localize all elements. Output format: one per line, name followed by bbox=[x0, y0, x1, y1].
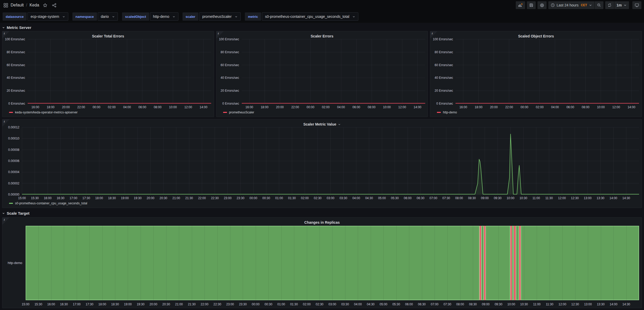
x-axis-label: 04:30 bbox=[367, 303, 375, 306]
variable-value-datasource[interactable]: ecp-stage-system bbox=[27, 12, 68, 21]
x-axis-label: 10:00 bbox=[597, 105, 605, 109]
panel-info-icon[interactable]: i bbox=[216, 31, 224, 38]
timeline-bar[interactable] bbox=[26, 226, 639, 300]
x-axis-label: 20:00 bbox=[147, 196, 154, 200]
add-panel-button[interactable] bbox=[516, 1, 525, 9]
refresh-controls-group: 1m bbox=[605, 1, 629, 9]
x-axis-label: 15:00 bbox=[22, 303, 29, 306]
x-axis-label: 20:00 bbox=[490, 105, 498, 109]
scaled-object-errors-chart: 100 Errors/sec80 Errors/sec60 Errors/sec… bbox=[433, 39, 639, 109]
x-axis-label: 04:00 bbox=[354, 303, 362, 306]
scaler-metric-value-chart: 0.000120.000100.000080.000060.000040.000… bbox=[5, 127, 639, 200]
variable-value-metric[interactable]: s0-prometheus-container_cpu_usage_second… bbox=[262, 12, 358, 21]
refresh-dashboard-button[interactable] bbox=[605, 1, 614, 9]
x-axis-label: 12:00 bbox=[612, 105, 620, 109]
variable-label-metric[interactable]: metric bbox=[245, 12, 261, 21]
x-axis-label: 14:00 bbox=[627, 105, 635, 109]
share-dashboard-button[interactable] bbox=[51, 2, 57, 9]
timeline-segment-ok[interactable] bbox=[26, 226, 480, 300]
timeline-segment-ok[interactable] bbox=[486, 226, 510, 300]
timeline-segment-ok[interactable] bbox=[481, 226, 484, 300]
breadcrumb-dashboard[interactable]: Keda bbox=[29, 3, 39, 7]
timeline-segment-ok[interactable] bbox=[521, 226, 639, 300]
x-axis-label: 21:30 bbox=[188, 303, 196, 306]
chevron-down-icon bbox=[589, 4, 592, 7]
panel-info-icon[interactable]: i bbox=[2, 31, 10, 38]
legend-item[interactable]: http-demo bbox=[433, 109, 639, 115]
y-axis-label: 80 Errors/sec bbox=[7, 50, 25, 54]
zoom-out-time-button[interactable] bbox=[594, 1, 603, 9]
x-axis-label: 12:30 bbox=[571, 303, 579, 306]
variable-label-scaledobject[interactable]: scaledObject bbox=[122, 12, 149, 21]
panel-title[interactable]: Scaler Total Errors bbox=[5, 33, 211, 39]
x-axis-label: 04:00 bbox=[337, 105, 345, 109]
save-dashboard-button[interactable] bbox=[527, 1, 536, 9]
panel-changes-in-replicas: i Changes in Replicas http-demo 15:0015:… bbox=[2, 217, 642, 308]
variable-value-namespace[interactable]: dario bbox=[98, 12, 118, 21]
variable-label-namespace[interactable]: namespace bbox=[72, 12, 97, 21]
x-axis-label: 10:00 bbox=[383, 105, 391, 109]
x-axis-label: 10:00 bbox=[507, 196, 514, 200]
panel-info-icon[interactable]: i bbox=[2, 119, 10, 127]
scaler-errors-chart: 100 Errors/sec80 Errors/sec60 Errors/sec… bbox=[219, 39, 425, 109]
dashboards-grid-icon[interactable] bbox=[4, 3, 8, 7]
x-axis: 15:0015:3016:0016:3017:0017:3018:0018:30… bbox=[26, 300, 639, 307]
x-axis-label: 02:00 bbox=[303, 303, 311, 306]
variable-value-scaler[interactable]: prometheusScaler bbox=[199, 12, 241, 21]
variable-metric: metric s0-prometheus-container_cpu_usage… bbox=[245, 12, 358, 21]
panel-menu-chevron-icon[interactable] bbox=[338, 123, 341, 126]
kiosk-mode-button[interactable] bbox=[632, 1, 641, 9]
refresh-interval-label: 1m bbox=[617, 3, 622, 7]
y-axis-label: 0.00006 bbox=[8, 159, 19, 163]
row-header-scale-target[interactable]: Scale Target bbox=[2, 210, 642, 217]
variable-label-scaler[interactable]: scaler bbox=[183, 12, 199, 21]
y-axis-label: 0.00012 bbox=[8, 126, 19, 129]
variable-label-datasource[interactable]: datasource bbox=[3, 12, 27, 21]
plot-area[interactable] bbox=[22, 127, 639, 195]
x-axis-label: 05:30 bbox=[391, 196, 399, 200]
timeline-segment-ok[interactable] bbox=[516, 226, 519, 300]
x-axis-label: 06:30 bbox=[417, 196, 425, 200]
breadcrumb-separator: / bbox=[26, 3, 27, 7]
panel-title[interactable]: Scaler Metric Value bbox=[5, 121, 639, 127]
share-icon bbox=[52, 3, 56, 7]
x-axis-label: 13:00 bbox=[584, 196, 592, 200]
legend-item[interactable]: keda-system/keda-operator-metrics-apiser… bbox=[5, 109, 211, 115]
legend-item[interactable]: prometheusScaler bbox=[219, 109, 425, 115]
x-axis-label: 15:30 bbox=[31, 196, 39, 200]
plot-area[interactable] bbox=[456, 39, 639, 104]
x-axis-label: 00:30 bbox=[262, 196, 270, 200]
x-axis-label: 17:00 bbox=[73, 303, 81, 306]
x-axis-label: 16:30 bbox=[57, 196, 64, 200]
breadcrumb-folder[interactable]: Default bbox=[11, 3, 24, 7]
panel-scaler-errors: i Scaler Errors 100 Errors/sec80 Errors/… bbox=[216, 31, 428, 117]
panel-info-icon[interactable]: i bbox=[2, 218, 10, 225]
y-axis-label: 80 Errors/sec bbox=[221, 50, 239, 54]
star-dashboard-button[interactable] bbox=[42, 2, 48, 9]
plot-area[interactable] bbox=[242, 39, 425, 104]
x-axis-label: 01:30 bbox=[288, 196, 296, 200]
y-axis-label: 20 Errors/sec bbox=[435, 89, 453, 92]
x-axis-label: 08:00 bbox=[582, 105, 589, 109]
panel-title[interactable]: Changes in Replicas bbox=[5, 219, 639, 226]
legend-swatch bbox=[9, 203, 13, 204]
panel-title[interactable]: Scaled Object Errors bbox=[433, 33, 639, 39]
x-axis-label: 05:30 bbox=[392, 303, 400, 306]
variable-value-scaledobject[interactable]: http-demo bbox=[150, 12, 178, 21]
refresh-interval-dropdown[interactable]: 1m bbox=[614, 1, 629, 9]
time-range-picker[interactable]: Last 24 hours CET bbox=[548, 1, 594, 9]
timeline-segment-ok[interactable] bbox=[512, 226, 514, 300]
x-axis-label: 16:00 bbox=[32, 105, 39, 109]
x-axis: 16:0018:0020:0022:0000:0002:0004:0006:00… bbox=[456, 104, 639, 109]
dashboard-settings-button[interactable] bbox=[537, 1, 547, 9]
x-axis-label: 00:00 bbox=[307, 105, 314, 109]
panel-title[interactable]: Scaler Errors bbox=[219, 33, 425, 39]
x-axis: 16:0018:0020:0022:0000:0002:0004:0006:00… bbox=[242, 104, 425, 109]
x-axis-label: 14:00 bbox=[414, 105, 421, 109]
legend-item[interactable]: s0-prometheus-container_cpu_usage_second… bbox=[5, 200, 639, 206]
panel-info-icon[interactable]: i bbox=[430, 31, 437, 38]
x-axis-label: 01:00 bbox=[277, 303, 285, 306]
row-header-metric-server[interactable]: Metric Server bbox=[2, 24, 642, 31]
plot-area[interactable] bbox=[28, 39, 211, 104]
x-axis-label: 16:30 bbox=[60, 303, 68, 306]
